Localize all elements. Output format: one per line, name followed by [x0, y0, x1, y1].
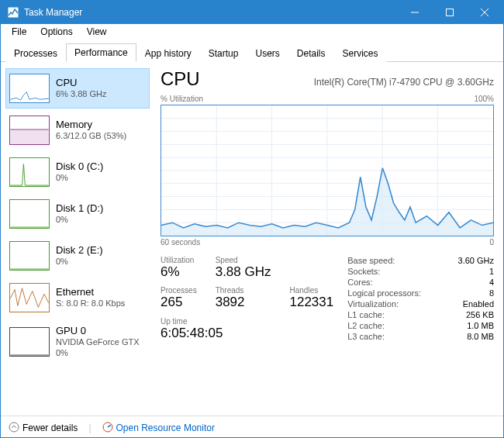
- tab-details[interactable]: Details: [288, 44, 334, 62]
- uptime-block: Up time6:05:48:05: [161, 317, 333, 341]
- thumb-chart: [9, 241, 50, 271]
- sidebar-item-title: CPU: [56, 77, 106, 89]
- menu-options[interactable]: Options: [34, 25, 78, 39]
- menu-view[interactable]: View: [81, 25, 113, 39]
- stat-block: Handles122331: [290, 286, 334, 310]
- chart-bottom-right-label: 0: [489, 238, 494, 247]
- tab-bar: Processes Performance App history Startu…: [1, 40, 503, 62]
- svg-rect-5: [10, 129, 48, 144]
- sidebar-item-gpu-0[interactable]: GPU 0NVIDIA GeForce GTX 0%: [5, 319, 150, 364]
- spec-key: L2 cache:: [347, 321, 435, 330]
- sidebar-item-memory[interactable]: Memory6.3/12.0 GB (53%): [5, 110, 150, 150]
- sidebar-item-disk-2-e-[interactable]: Disk 2 (E:)0%: [5, 236, 150, 276]
- sidebar-item-title: GPU 0: [56, 325, 146, 337]
- chart-bottom-left-label: 60 seconds: [161, 238, 200, 247]
- chart-top-left-label: % Utilization: [161, 95, 203, 103]
- window-title: Task Manager: [24, 7, 397, 18]
- stat-label: Handles: [290, 286, 334, 295]
- sidebar-item-sub: S: 8.0 R: 8.0 Kbps: [56, 298, 125, 309]
- stat-label: Speed: [216, 256, 271, 264]
- spec-value: 4: [444, 278, 494, 287]
- fewer-details-button[interactable]: Fewer details: [9, 422, 78, 433]
- open-resource-monitor-link[interactable]: Open Resource Monitor: [102, 422, 215, 433]
- spec-value: Enabled: [444, 299, 494, 309]
- thumb-chart: [9, 199, 50, 229]
- close-button[interactable]: [467, 1, 502, 24]
- main-title: CPU: [161, 68, 200, 90]
- stat-label: Threads: [216, 286, 271, 295]
- stat-value: 3892: [216, 295, 271, 310]
- sidebar-item-sub: 0%: [56, 173, 103, 184]
- stat-label: Up time: [161, 317, 333, 326]
- thumb-chart: [9, 116, 50, 145]
- sidebar-item-cpu[interactable]: CPU6% 3.88 GHz: [5, 68, 150, 109]
- sidebar-item-title: Disk 0 (C:): [56, 160, 103, 173]
- sidebar-item-sub: 0%: [56, 257, 103, 267]
- spec-value: 1.0 MB: [444, 321, 494, 330]
- sidebar-item-title: Disk 1 (D:): [56, 202, 103, 215]
- footer: Fewer details | Open Resource Monitor: [1, 416, 503, 438]
- spec-key: Logical processors:: [347, 288, 435, 298]
- sidebar-item-title: Ethernet: [56, 286, 125, 298]
- tab-performance[interactable]: Performance: [66, 43, 136, 62]
- thumb-chart: [9, 157, 50, 187]
- sidebar-item-sub: 0%: [56, 215, 103, 226]
- svg-point-24: [9, 422, 19, 432]
- sidebar-item-sub: 6% 3.88 GHz: [56, 89, 106, 100]
- spec-value: 8: [444, 288, 494, 298]
- spec-value: 3.60 GHz: [444, 256, 494, 265]
- stat-value: 122331: [290, 295, 334, 310]
- sidebar-item-disk-1-d-[interactable]: Disk 1 (D:)0%: [5, 194, 150, 234]
- spec-key: L3 cache:: [347, 332, 435, 341]
- svg-rect-2: [446, 9, 453, 16]
- sidebar-item-title: Memory: [56, 119, 126, 131]
- chart-top-right-label: 100%: [474, 95, 494, 103]
- sidebar-item-title: Disk 2 (E:): [56, 244, 103, 257]
- stat-block: Speed3.88 GHz: [216, 256, 271, 280]
- stat-value: 3.88 GHz: [216, 264, 271, 280]
- thumb-chart: [9, 74, 50, 103]
- spec-key: Base speed:: [347, 256, 435, 265]
- stats-right: Base speed:3.60 GHzSockets:1Cores:4Logic…: [347, 256, 494, 341]
- svg-line-26: [108, 425, 111, 427]
- spec-key: Virtualization:: [347, 299, 435, 309]
- maximize-button[interactable]: [432, 1, 467, 24]
- stat-label: Processes: [161, 286, 197, 295]
- stat-value: 265: [161, 295, 197, 310]
- stats-left: Utilization6%Speed3.88 GHzProcesses265Th…: [161, 256, 333, 341]
- spec-key: L1 cache:: [347, 310, 435, 319]
- resource-monitor-icon: [102, 422, 113, 433]
- spec-key: Cores:: [347, 278, 435, 287]
- tab-app-history[interactable]: App history: [136, 44, 200, 62]
- thumb-chart: [9, 327, 50, 357]
- stat-block: Processes265: [161, 286, 197, 310]
- stat-block: Utilization6%: [161, 256, 197, 280]
- menu-file[interactable]: File: [5, 25, 33, 39]
- stat-value: 6%: [161, 264, 197, 280]
- tab-users[interactable]: Users: [247, 44, 288, 62]
- titlebar[interactable]: Task Manager: [1, 1, 503, 24]
- stat-block: Threads3892: [216, 286, 271, 310]
- minimize-button[interactable]: [397, 1, 432, 24]
- menubar: File Options View: [1, 24, 503, 40]
- spec-value: 8.0 MB: [444, 332, 494, 341]
- spec-value: 256 KB: [444, 310, 494, 319]
- tab-startup[interactable]: Startup: [200, 44, 247, 62]
- sidebar-item-disk-0-c-[interactable]: Disk 0 (C:)0%: [5, 152, 150, 192]
- chevron-up-icon: [9, 422, 19, 433]
- tab-processes[interactable]: Processes: [5, 44, 66, 62]
- spec-value: 1: [444, 267, 494, 276]
- sidebar: CPU6% 3.88 GHzMemory6.3/12.0 GB (53%)Dis…: [1, 62, 154, 416]
- main-panel: CPU Intel(R) Core(TM) i7-4790 CPU @ 3.60…: [154, 62, 503, 416]
- sidebar-item-sub: NVIDIA GeForce GTX 0%: [56, 337, 146, 359]
- sidebar-item-ethernet[interactable]: EthernetS: 8.0 R: 8.0 Kbps: [5, 278, 150, 318]
- sidebar-item-sub: 6.3/12.0 GB (53%): [56, 131, 126, 142]
- thumb-chart: [9, 283, 50, 312]
- tab-services[interactable]: Services: [334, 44, 387, 62]
- spec-key: Sockets:: [347, 267, 435, 276]
- stat-value: 6:05:48:05: [161, 326, 333, 341]
- utilization-chart: [161, 105, 494, 236]
- cpu-model: Intel(R) Core(TM) i7-4790 CPU @ 3.60GHz: [314, 77, 494, 88]
- stat-label: Utilization: [161, 256, 197, 264]
- taskmgr-icon: [7, 6, 19, 19]
